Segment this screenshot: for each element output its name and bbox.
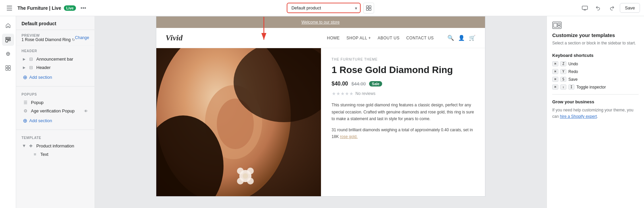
svg-rect-3 — [366, 6, 368, 8]
hire-expert-link[interactable]: hire a Shopify expert — [560, 114, 597, 119]
menu-icon-button[interactable] — [4, 3, 15, 13]
shortcuts-title: Keyboard shortcuts — [552, 53, 639, 58]
svg-point-27 — [243, 173, 248, 179]
no-reviews-text: No reviews — [356, 91, 375, 96]
product-theme-label: THE FURNITURE THEME — [332, 58, 474, 61]
canvas-frame: Welcome to our store Vivid HOME SHOP ALL… — [156, 16, 485, 197]
top-bar: The Furniture | Live Live ••• Default pr… — [0, 0, 644, 16]
price-current: $40.00 — [332, 81, 348, 87]
preview-row: PREVIEW 1 Rose Gold Diamond Ring ↻ Chang… — [16, 30, 94, 46]
grow-text: If you need help customizing your theme,… — [552, 107, 639, 120]
shortcut-save: ⌘ S Save — [552, 77, 639, 82]
sidebar-panel-title: Default product — [16, 16, 94, 30]
refresh-icon: ↻ — [72, 38, 75, 42]
view-toggle-button[interactable] — [363, 3, 374, 13]
account-icon[interactable]: 👤 — [458, 35, 465, 41]
svg-rect-13 — [8, 66, 10, 68]
main-area: Default product PREVIEW 1 Rose Gold Diam… — [0, 16, 644, 208]
live-badge: Live — [64, 5, 76, 11]
s-key: S — [560, 77, 566, 82]
sidebar-icon-sections[interactable] — [2, 34, 14, 46]
text-icon: ≡ — [32, 152, 38, 157]
shortcut-undo: ⌘ Z Undo — [552, 61, 639, 66]
right-sidebar-title: Customize your templates — [552, 32, 639, 38]
product-pricing: $40.00 $44.00 Sale — [332, 81, 474, 87]
sidebar-icon-strip — [0, 16, 16, 208]
y-key: Y — [560, 69, 566, 74]
store-nav: Vivid HOME SHOP ALL + ABOUT US CONTACT U… — [156, 28, 485, 48]
undo-button[interactable] — [593, 3, 604, 13]
svg-point-24 — [247, 168, 254, 174]
shortcut-inspector: ⌘ ⇧ I Toggle inspector — [552, 84, 639, 90]
sidebar-panel: Default product PREVIEW 1 Rose Gold Diam… — [16, 16, 94, 208]
plus-icon: ⊕ — [23, 117, 27, 124]
redo-label: Redo — [568, 69, 578, 74]
z-key: Z — [560, 61, 566, 66]
more-button[interactable]: ••• — [79, 3, 88, 13]
template-selector[interactable]: Default product — [287, 3, 361, 13]
cmd-key: ⌘ — [552, 61, 558, 66]
chevron-icon: ▶ — [23, 57, 26, 61]
svg-rect-9 — [6, 39, 8, 42]
cart-icon[interactable]: 🛒 — [469, 35, 476, 41]
grow-title: Grow your business — [552, 99, 639, 104]
svg-point-23 — [237, 168, 244, 174]
section-icon: ⊟ — [28, 65, 34, 70]
sidebar-icon-home[interactable] — [2, 20, 14, 32]
svg-rect-33 — [558, 26, 560, 27]
svg-rect-5 — [366, 8, 368, 10]
blocks-icon: ❖ — [28, 143, 34, 148]
desktop-preview-button[interactable] — [579, 3, 590, 13]
popup-item[interactable]: ☰ Popup — [22, 98, 89, 107]
product-information-item[interactable]: ▶ ❖ Product information — [22, 142, 89, 150]
chevron-icon: ▶ — [23, 66, 26, 69]
undo-label: Undo — [568, 62, 578, 66]
product-description-2: 31 round brilliant diamonds weighing a t… — [332, 127, 474, 140]
visibility-icon: 👁 — [84, 109, 88, 113]
svg-rect-0 — [7, 6, 12, 6]
rose-gold-link[interactable]: rose gold. — [340, 134, 358, 139]
add-section-button-popups[interactable]: ⊕ Add section — [22, 116, 89, 126]
svg-point-26 — [247, 178, 254, 184]
product-image-inner — [156, 48, 321, 196]
age-verification-item[interactable]: ⚙ Age verification Popup 👁 — [22, 107, 89, 115]
chevron-down-icon: ▶ — [23, 145, 26, 147]
nav-links: HOME SHOP ALL + ABOUT US CONTACT US — [327, 36, 434, 40]
add-section-button-header[interactable]: ⊕ Add section — [22, 72, 89, 82]
svg-rect-8 — [6, 37, 10, 39]
popup-icon: ☰ — [23, 100, 28, 105]
preview-label: PREVIEW 1 Rose Gold Diamond Ring ↻ — [22, 33, 75, 42]
shortcut-redo: ⌘ Y Redo — [552, 69, 639, 74]
announcement-bar-item[interactable]: ▶ ⊟ Announcement bar — [22, 55, 89, 63]
svg-rect-15 — [8, 68, 10, 70]
template-selector-wrap: Default product — [287, 3, 361, 13]
svg-rect-1 — [7, 8, 12, 8]
svg-rect-7 — [582, 6, 588, 9]
right-sidebar: Customize your templates Select a sectio… — [547, 16, 644, 208]
header-section-group: HEADER ▶ ⊟ Announcement bar ▶ ⊟ Header ⊕… — [16, 46, 94, 83]
product-description-1: This stunning rose gold diamond ring fea… — [332, 102, 474, 122]
product-image — [156, 48, 321, 196]
cmd-key: ⌘ — [552, 84, 558, 90]
svg-rect-12 — [6, 66, 8, 68]
text-item[interactable]: ≡ Text — [22, 150, 89, 159]
svg-rect-6 — [369, 8, 371, 10]
stars-row: ★★★★★ No reviews — [332, 91, 474, 96]
announcement-bar: Welcome to our store — [156, 16, 485, 28]
sidebar-icon-apps[interactable] — [2, 62, 14, 74]
top-bar-center: Default product — [91, 3, 569, 13]
save-button[interactable]: Save — [620, 3, 640, 13]
template-icon — [552, 22, 562, 29]
svg-rect-32 — [558, 23, 560, 25]
price-original: $44.00 — [352, 81, 366, 86]
redo-button[interactable] — [606, 3, 617, 13]
header-item[interactable]: ▶ ⊟ Header — [22, 63, 89, 72]
change-button[interactable]: Change — [75, 35, 89, 40]
store-logo: Vivid — [166, 33, 183, 42]
svg-rect-2 — [7, 10, 12, 10]
product-info: THE FURNITURE THEME 1 Rose Gold Diamond … — [321, 48, 485, 196]
popups-section-group: POPUPS ☰ Popup ⚙ Age verification Popup … — [16, 89, 94, 127]
sidebar-icon-blocks[interactable] — [2, 48, 14, 60]
stars-icon: ★★★★★ — [332, 91, 354, 96]
search-icon[interactable]: 🔍 — [447, 35, 454, 41]
